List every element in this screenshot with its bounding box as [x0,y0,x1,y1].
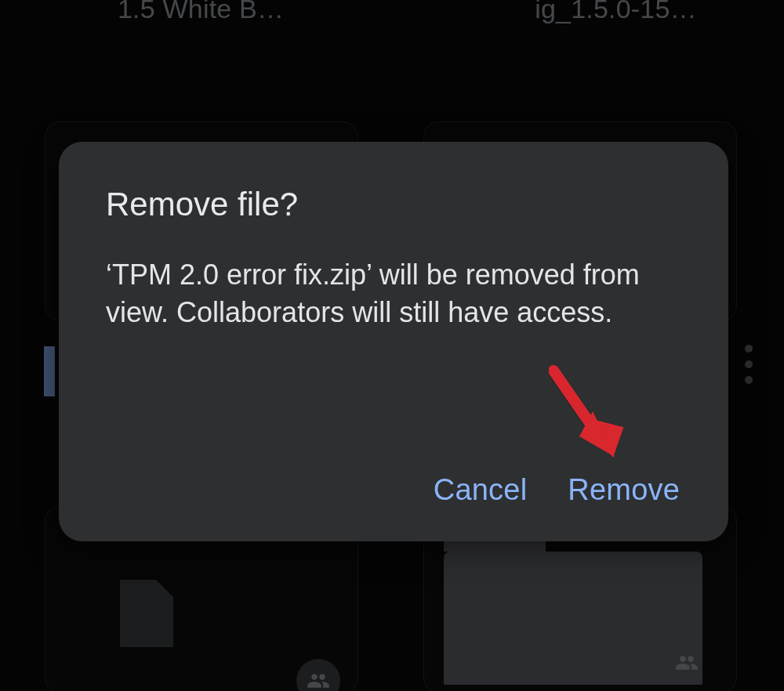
dialog-title: Remove file? [106,186,683,223]
remove-button[interactable]: Remove [568,473,680,507]
dialog-actions: Cancel Remove [106,473,683,510]
dialog-body: ‘TPM 2.0 error fix.zip’ will be removed … [106,256,683,331]
remove-file-dialog: Remove file? ‘TPM 2.0 error fix.zip’ wil… [59,142,728,541]
cancel-button[interactable]: Cancel [434,473,528,507]
